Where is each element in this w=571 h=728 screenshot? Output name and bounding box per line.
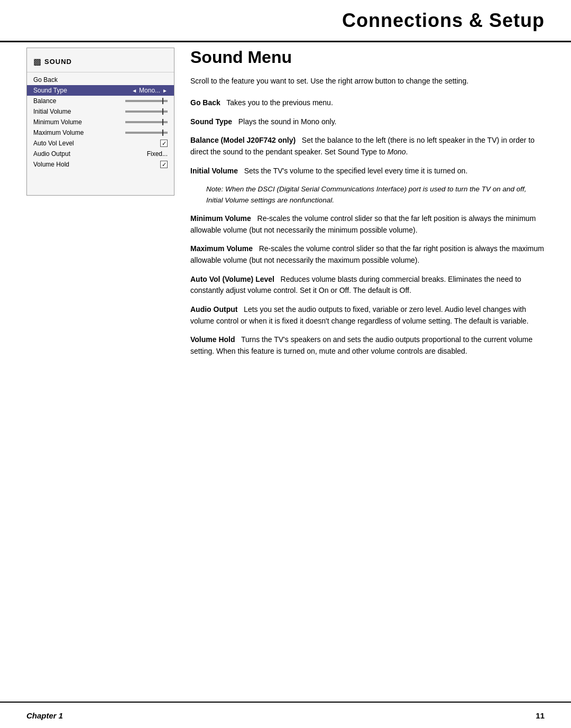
menu-item-label: Auto Vol Level <box>33 140 160 147</box>
balance-slider <box>125 100 168 102</box>
menu-item-sound-type[interactable]: Sound Type ◄ Mono... ► <box>27 85 174 96</box>
content-area: ▩ SOUND Go Back Sound Type ◄ Mono... ► B… <box>26 48 545 696</box>
arrow-right-icon: ► <box>162 88 168 94</box>
section-title: Sound Type <box>190 117 232 126</box>
section-title: Go Back <box>190 98 220 107</box>
section-balance: Balance (Model J20F742 only) Set the bal… <box>190 135 545 158</box>
section-title: Volume Hold <box>190 335 235 344</box>
menu-item-label: Sound Type <box>33 87 132 94</box>
header-title: Connections & Setup <box>342 10 545 32</box>
right-panel: Sound Menu Scroll to the feature you wan… <box>190 48 545 696</box>
section-title: Initial Volume <box>190 167 238 175</box>
menu-item-volume-hold[interactable]: Volume Hold ✓ <box>27 159 174 170</box>
intro-text: Scroll to the feature you want to set. U… <box>190 76 545 87</box>
menu-item-minimum-volume[interactable]: Minimum Volume <box>27 117 174 127</box>
section-go-back: Go Back Takes you to the previous menu. <box>190 97 545 109</box>
sound-type-value: Mono... <box>139 87 160 94</box>
arrow-left-icon: ◄ <box>132 88 137 94</box>
initial-volume-slider <box>125 110 168 113</box>
section-maximum-volume: Maximum Volume Re-scales the volume cont… <box>190 243 545 266</box>
menu-item-value: ✓ <box>160 161 168 168</box>
footer-page-number: 11 <box>536 711 545 720</box>
menu-item-label: Balance <box>33 97 125 105</box>
section-title: Minimum Volume <box>190 214 251 223</box>
menu-item-label: Minimum Volume <box>33 118 125 126</box>
menu-item-value: ◄ Mono... ► <box>132 87 168 94</box>
italic-text: Mono <box>388 148 406 156</box>
section-initial-volume: Initial Volume Sets the TV's volume to t… <box>190 165 545 177</box>
menu-item-go-back[interactable]: Go Back <box>27 75 174 85</box>
section-sound-type: Sound Type Plays the sound in Mono only. <box>190 116 545 128</box>
note-text: Note: When the DSCI (Digital Serial Comm… <box>206 185 527 204</box>
footer-chapter: Chapter 1 <box>26 711 63 720</box>
menu-header: ▩ SOUND <box>27 53 174 72</box>
auto-vol-checkbox[interactable]: ✓ <box>160 140 168 147</box>
menu-item-value: Fixed... <box>147 150 168 158</box>
menu-item-balance[interactable]: Balance <box>27 96 174 106</box>
menu-item-value <box>125 121 168 123</box>
section-title: Audio Output <box>190 305 237 314</box>
page-header: Connections & Setup <box>0 0 571 42</box>
max-volume-slider <box>125 132 168 134</box>
menu-item-label: Go Back <box>33 76 168 84</box>
slider-tick <box>162 130 163 136</box>
section-title: Auto Vol (Volume) Level <box>190 275 274 283</box>
section-volume-hold: Volume Hold Turns the TV's speakers on a… <box>190 334 545 357</box>
page-heading: Sound Menu <box>190 48 545 67</box>
menu-item-audio-output[interactable]: Audio Output Fixed... <box>27 149 174 159</box>
menu-item-initial-volume[interactable]: Initial Volume <box>27 106 174 117</box>
menu-item-value <box>125 110 168 113</box>
volume-hold-checkbox[interactable]: ✓ <box>160 161 168 168</box>
menu-item-value: ✓ <box>160 140 168 147</box>
menu-item-label: Maximum Volume <box>33 129 125 136</box>
section-title: Balance (Model J20F742 only) <box>190 136 296 144</box>
min-volume-slider <box>125 121 168 123</box>
menu-item-maximum-volume[interactable]: Maximum Volume <box>27 127 174 138</box>
menu-item-value <box>125 132 168 134</box>
sound-icon: ▩ <box>33 57 41 67</box>
menu-item-label: Audio Output <box>33 150 147 158</box>
slider-tick <box>162 119 163 125</box>
note-block: Note: When the DSCI (Digital Serial Comm… <box>206 184 545 206</box>
page-footer: Chapter 1 11 <box>0 702 571 728</box>
menu-title: SOUND <box>44 58 72 66</box>
menu-item-label: Initial Volume <box>33 108 125 115</box>
section-audio-output: Audio Output Lets you set the audio outp… <box>190 304 545 327</box>
slider-tick <box>162 108 163 115</box>
slider-tick <box>162 98 163 104</box>
menu-item-label: Volume Hold <box>33 161 160 168</box>
section-title: Maximum Volume <box>190 244 253 253</box>
menu-item-value <box>125 100 168 102</box>
left-panel: ▩ SOUND Go Back Sound Type ◄ Mono... ► B… <box>26 48 174 696</box>
menu-item-auto-vol[interactable]: Auto Vol Level ✓ <box>27 138 174 149</box>
menu-box: ▩ SOUND Go Back Sound Type ◄ Mono... ► B… <box>26 48 174 196</box>
section-minimum-volume: Minimum Volume Re-scales the volume cont… <box>190 213 545 236</box>
section-auto-vol: Auto Vol (Volume) Level Reduces volume b… <box>190 274 545 297</box>
